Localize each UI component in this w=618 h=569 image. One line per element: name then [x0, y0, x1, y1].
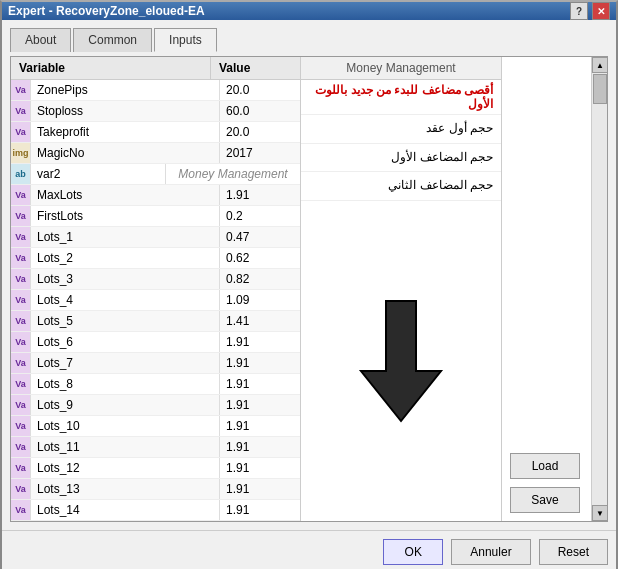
- scroll-down-arrow[interactable]: ▼: [592, 505, 607, 521]
- row-icon: Va: [11, 101, 31, 121]
- tab-inputs[interactable]: Inputs: [154, 28, 217, 52]
- table-row[interactable]: Va Stoploss 60.0: [11, 101, 300, 122]
- row-value: 1.91: [220, 458, 300, 478]
- row-name: ZonePips: [31, 80, 220, 100]
- table-rows-container: Va ZonePips 20.0 Va Stoploss 60.0 Va Tak…: [11, 80, 300, 521]
- row-icon: Va: [11, 122, 31, 142]
- table-row[interactable]: Va FirstLots 0.2: [11, 206, 300, 227]
- arabic-line-1: أقصى مضاعف للبدء من جديد باللوت الأول: [301, 80, 501, 115]
- table-row[interactable]: Va Lots_5 1.41: [11, 311, 300, 332]
- row-value: 1.91: [220, 500, 300, 520]
- table-header: Variable Value: [11, 57, 300, 80]
- row-name: Lots_1: [31, 227, 220, 247]
- row-value: 1.91: [220, 185, 300, 205]
- annuler-button[interactable]: Annuler: [451, 539, 530, 565]
- tab-about[interactable]: About: [10, 28, 71, 52]
- row-name: Lots_3: [31, 269, 220, 289]
- title-bar: Expert - RecoveryZone_eloued-EA ? ✕: [2, 2, 616, 20]
- variable-list-panel: Variable Value Va ZonePips 20.0 Va Stopl…: [11, 57, 301, 521]
- row-icon: Va: [11, 353, 31, 373]
- row-icon: Va: [11, 395, 31, 415]
- row-icon: Va: [11, 248, 31, 268]
- row-name: Lots_6: [31, 332, 220, 352]
- row-value: 1.91: [220, 416, 300, 436]
- row-name: Lots_13: [31, 479, 220, 499]
- row-icon: Va: [11, 374, 31, 394]
- table-row[interactable]: ab var2 Money Management: [11, 164, 300, 185]
- row-name: FirstLots: [31, 206, 220, 226]
- row-section-label: Money Management: [166, 164, 300, 184]
- tab-common[interactable]: Common: [73, 28, 152, 52]
- row-icon: Va: [11, 269, 31, 289]
- arabic-line-2: حجم أول عقد: [301, 115, 501, 144]
- main-area: Variable Value Va ZonePips 20.0 Va Stopl…: [11, 57, 607, 521]
- load-button[interactable]: Load: [510, 453, 580, 479]
- scrollbar[interactable]: ▲ ▼: [591, 57, 607, 521]
- row-value: 1.09: [220, 290, 300, 310]
- table-row[interactable]: Va Lots_9 1.91: [11, 395, 300, 416]
- row-name: Lots_8: [31, 374, 220, 394]
- scroll-up-arrow[interactable]: ▲: [592, 57, 607, 73]
- table-row[interactable]: Va Lots_1 0.47: [11, 227, 300, 248]
- table-row[interactable]: Va Lots_11 1.91: [11, 437, 300, 458]
- scroll-track[interactable]: [592, 73, 607, 505]
- help-button[interactable]: ?: [570, 2, 588, 20]
- row-icon: Va: [11, 332, 31, 352]
- ok-button[interactable]: OK: [383, 539, 443, 565]
- table-row[interactable]: Va Lots_7 1.91: [11, 353, 300, 374]
- table-row[interactable]: Va Lots_3 0.82: [11, 269, 300, 290]
- content-area: About Common Inputs Variable Value Va Zo…: [2, 20, 616, 530]
- row-icon: img: [11, 143, 31, 163]
- row-icon: Va: [11, 311, 31, 331]
- row-value: 0.62: [220, 248, 300, 268]
- tab-bar: About Common Inputs: [10, 28, 608, 52]
- reset-button[interactable]: Reset: [539, 539, 608, 565]
- row-icon: ab: [11, 164, 31, 184]
- row-icon: Va: [11, 290, 31, 310]
- table-row[interactable]: Va Lots_4 1.09: [11, 290, 300, 311]
- row-name: Lots_7: [31, 353, 220, 373]
- table-row[interactable]: Va Lots_13 1.91: [11, 479, 300, 500]
- row-name: MagicNo: [31, 143, 220, 163]
- row-value: 20.0: [220, 122, 300, 142]
- row-icon: Va: [11, 500, 31, 520]
- row-icon: Va: [11, 206, 31, 226]
- row-name: Lots_10: [31, 416, 220, 436]
- row-value: 1.91: [220, 332, 300, 352]
- table-row[interactable]: Va Lots_12 1.91: [11, 458, 300, 479]
- row-name: var2: [31, 164, 166, 184]
- save-button[interactable]: Save: [510, 487, 580, 513]
- row-name: Lots_5: [31, 311, 220, 331]
- row-icon: Va: [11, 479, 31, 499]
- table-row[interactable]: Va Takeprofit 20.0: [11, 122, 300, 143]
- table-row[interactable]: Va Lots_2 0.62: [11, 248, 300, 269]
- row-value: 0.47: [220, 227, 300, 247]
- arabic-line-4: حجم المضاعف الثاني: [301, 172, 501, 201]
- row-icon: Va: [11, 227, 31, 247]
- scroll-thumb[interactable]: [593, 74, 607, 104]
- row-name: Lots_9: [31, 395, 220, 415]
- table-row[interactable]: Va MaxLots 1.91: [11, 185, 300, 206]
- table-row[interactable]: Va Lots_8 1.91: [11, 374, 300, 395]
- svg-marker-0: [361, 301, 441, 421]
- row-value: 1.41: [220, 311, 300, 331]
- table-row[interactable]: img MagicNo 2017: [11, 143, 300, 164]
- close-button[interactable]: ✕: [592, 2, 610, 20]
- row-icon: Va: [11, 437, 31, 457]
- table-row[interactable]: Va Lots_6 1.91: [11, 332, 300, 353]
- row-value: 0.82: [220, 269, 300, 289]
- right-content-panel: Money Management أقصى مضاعف للبدء من جدي…: [301, 57, 501, 521]
- row-name: Lots_2: [31, 248, 220, 268]
- row-icon: Va: [11, 416, 31, 436]
- row-value: 1.91: [220, 437, 300, 457]
- col-value-header: Value: [211, 57, 291, 79]
- row-name: MaxLots: [31, 185, 220, 205]
- table-row[interactable]: Va ZonePips 20.0: [11, 80, 300, 101]
- table-row[interactable]: Va Lots_10 1.91: [11, 416, 300, 437]
- row-value: 2017: [220, 143, 300, 163]
- row-name: Lots_14: [31, 500, 220, 520]
- table-row[interactable]: Va Lots_14 1.91: [11, 500, 300, 521]
- row-value: 1.91: [220, 395, 300, 415]
- row-value: 0.2: [220, 206, 300, 226]
- title-bar-buttons: ? ✕: [570, 2, 610, 20]
